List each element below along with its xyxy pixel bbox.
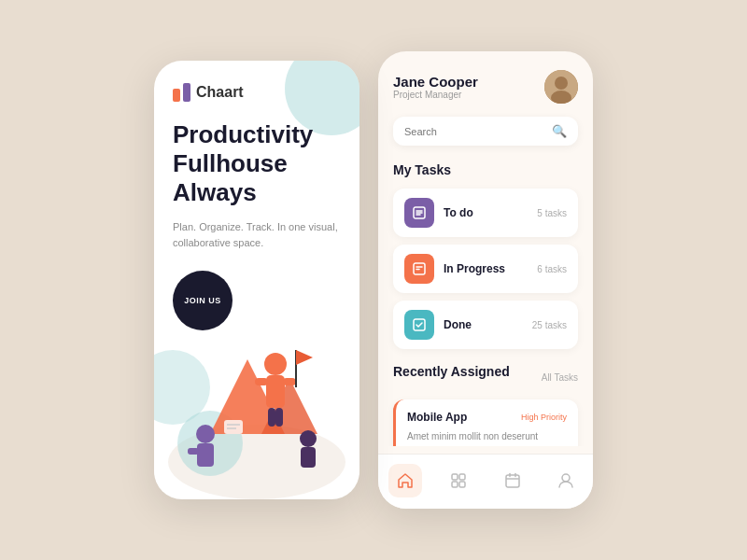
all-tasks-link[interactable]: All Tasks <box>542 372 578 383</box>
task-item-todo[interactable]: To do 5 tasks <box>393 189 578 237</box>
svg-point-12 <box>196 425 215 443</box>
svg-marker-11 <box>296 350 313 365</box>
svg-rect-16 <box>301 447 316 468</box>
svg-rect-31 <box>452 474 458 480</box>
svg-rect-8 <box>268 408 275 427</box>
svg-rect-34 <box>459 482 465 487</box>
svg-rect-32 <box>459 474 465 480</box>
profile-name: Jane Cooper <box>393 74 478 90</box>
assigned-card-header: Mobile App High Priority <box>407 411 567 424</box>
nav-item-calendar[interactable] <box>496 464 529 497</box>
task-count-todo: 5 tasks <box>537 208 567 218</box>
svg-rect-13 <box>197 443 214 467</box>
search-bar[interactable]: 🔍 <box>393 117 578 146</box>
task-count-inprogress: 6 tasks <box>537 264 567 274</box>
task-label-inprogress: In Progress <box>444 262 537 275</box>
my-tasks-title: My Tasks <box>393 162 578 177</box>
profile-role: Project Manager <box>393 90 478 100</box>
assigned-card-title: Mobile App <box>407 411 467 424</box>
task-icon-inprogress <box>404 254 434 284</box>
task-item-inprogress[interactable]: In Progress 6 tasks <box>393 245 578 293</box>
profile-info: Jane Cooper Project Manager <box>393 74 478 100</box>
task-label-done: Done <box>444 318 532 331</box>
left-phone: Chaart Productivity Fullhouse Always Pla… <box>154 61 359 499</box>
svg-rect-14 <box>188 448 199 455</box>
svg-point-21 <box>555 77 568 90</box>
assigned-card-description: Amet minim mollit non deserunt ullamco e… <box>407 429 567 446</box>
search-icon: 🔍 <box>552 124 567 138</box>
svg-rect-6 <box>255 378 268 385</box>
task-icon-done <box>404 310 434 340</box>
hero-subtitle: Plan. Organize. Track. In one visual, co… <box>173 219 341 252</box>
svg-rect-9 <box>275 408 283 427</box>
svg-rect-33 <box>452 482 458 487</box>
task-item-done[interactable]: Done 25 tasks <box>393 301 578 349</box>
svg-rect-5 <box>266 375 285 408</box>
bottom-nav <box>378 454 593 509</box>
recently-assigned-title: Recently Assigned <box>393 364 510 379</box>
svg-point-15 <box>300 430 317 447</box>
task-icon-todo <box>404 198 434 228</box>
hero-illustration <box>154 313 359 499</box>
task-count-done: 25 tasks <box>532 320 567 330</box>
svg-rect-35 <box>506 475 519 487</box>
svg-point-39 <box>562 474 570 482</box>
assigned-card[interactable]: Mobile App High Priority Amet minim moll… <box>393 399 578 446</box>
nav-item-profile[interactable] <box>549 464 583 497</box>
nav-item-home[interactable] <box>388 464 422 497</box>
app-container: Chaart Productivity Fullhouse Always Pla… <box>154 51 593 509</box>
priority-badge: High Priority <box>521 413 567 422</box>
right-content: Jane Cooper Project Manager 🔍 <box>378 51 593 446</box>
avatar-image <box>544 70 578 104</box>
right-phone: Jane Cooper Project Manager 🔍 <box>378 51 593 509</box>
task-label-todo: To do <box>444 206 537 219</box>
logo-icon <box>173 83 190 102</box>
logo-bar-orange <box>173 89 180 102</box>
avatar[interactable] <box>544 70 578 104</box>
search-input[interactable] <box>404 126 552 137</box>
svg-rect-17 <box>224 420 243 434</box>
profile-section: Jane Cooper Project Manager <box>393 70 578 104</box>
recently-header: Recently Assigned All Tasks <box>393 364 578 390</box>
logo-bar-purple <box>183 83 190 102</box>
hero-title: Productivity Fullhouse Always <box>173 120 341 208</box>
logo-text: Chaart <box>196 84 244 101</box>
svg-point-4 <box>264 353 287 375</box>
join-button[interactable]: JOIN US <box>173 271 233 330</box>
nav-item-grid[interactable] <box>442 464 475 497</box>
recently-assigned-section: Recently Assigned All Tasks Mobile App H… <box>393 364 578 446</box>
svg-rect-7 <box>283 378 296 385</box>
